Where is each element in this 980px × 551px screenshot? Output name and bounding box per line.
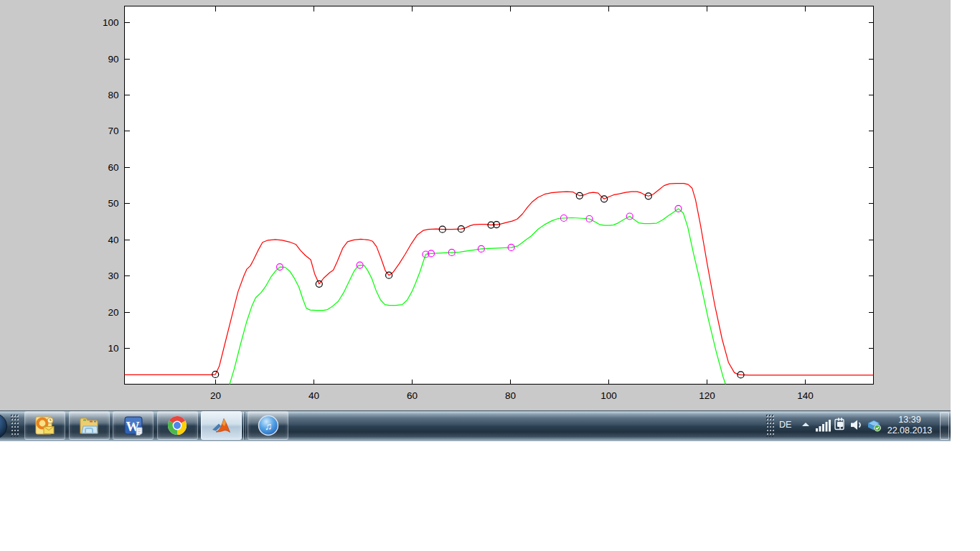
language-indicator[interactable]: DE	[779, 420, 791, 430]
y-tick-label: 30	[108, 270, 118, 281]
svg-text:♫: ♫	[264, 420, 272, 432]
y-tick-label: 90	[108, 54, 118, 65]
word-icon: W	[122, 414, 145, 437]
x-tick-label: 140	[797, 390, 814, 401]
x-tick-label: 80	[505, 390, 516, 401]
folder-icon	[77, 414, 100, 437]
signal-bars-icon[interactable]	[816, 420, 831, 432]
x-tick-label: 20	[210, 390, 221, 401]
chrome-icon	[166, 414, 189, 437]
tray-clock[interactable]: 13:39 22.08.2013	[881, 414, 938, 438]
plot-background	[125, 6, 874, 385]
x-tick-label: 60	[407, 390, 418, 401]
outlook-icon	[34, 414, 57, 437]
dropbox-icon[interactable]	[866, 418, 882, 432]
matlab-figure-window: 20406080100120140102030405060708090100	[0, 0, 951, 410]
y-tick-label: 20	[108, 307, 118, 318]
taskbar-button-word[interactable]: W	[113, 411, 154, 440]
clock-date: 22.08.2013	[881, 425, 938, 435]
y-tick-label: 80	[108, 90, 118, 100]
taskbar-separator	[243, 412, 244, 440]
power-plug-icon[interactable]	[833, 418, 847, 432]
taskbar-button-matlab[interactable]	[201, 411, 242, 440]
itunes-icon: ♫	[257, 414, 280, 437]
plot-canvas: 20406080100120140102030405060708090100	[0, 0, 951, 410]
x-tick-label: 120	[699, 390, 715, 401]
matlab-icon	[210, 414, 233, 437]
taskbar-grip-tray[interactable]	[766, 415, 774, 437]
taskbar-button-outlook[interactable]	[24, 411, 65, 440]
y-tick-label: 10	[108, 343, 118, 354]
taskbar-button-chrome[interactable]	[157, 411, 198, 440]
start-button[interactable]	[0, 413, 7, 439]
up-arrow-icon[interactable]	[802, 423, 809, 426]
taskbar-button-itunes[interactable]: ♫	[248, 411, 288, 440]
taskbar-grip-left[interactable]	[11, 415, 19, 437]
taskbar-button-explorer[interactable]	[69, 411, 110, 440]
y-tick-label: 70	[108, 126, 118, 136]
x-tick-label: 40	[308, 390, 319, 401]
taskbar: W	[0, 410, 951, 441]
speaker-icon[interactable]	[851, 420, 864, 430]
y-tick-label: 40	[108, 235, 118, 245]
show-desktop-button[interactable]	[940, 412, 949, 440]
y-tick-label: 50	[108, 198, 118, 209]
y-tick-label: 100	[103, 17, 119, 28]
y-tick-label: 60	[108, 162, 118, 173]
clock-time: 13:39	[881, 414, 938, 425]
x-tick-label: 100	[600, 390, 617, 401]
